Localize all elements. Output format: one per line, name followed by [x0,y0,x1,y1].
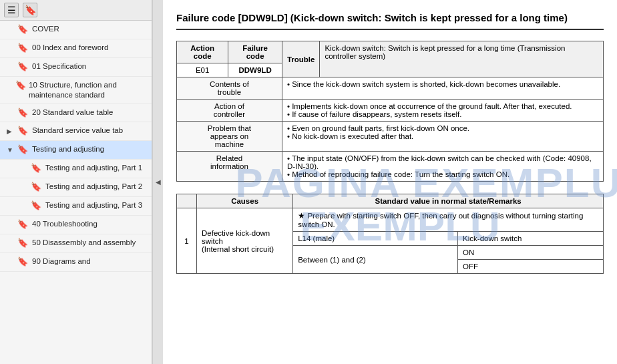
sidebar-label-90: 90 Diagrams and [32,256,91,266]
col-header-action-code: Action code [177,41,228,63]
cause-value-on: ON [458,246,604,260]
failure-code-value: DDW9LD [228,63,282,77]
sidebar-item-50-disassembly[interactable]: 🔖 50 Disassembly and assembly [0,234,152,253]
table-row-contents-of-trouble: Contents oftrouble • Since the kick-down… [177,77,604,100]
sidebar-toolbar: ☰ 🔖 [0,0,152,21]
sidebar-label-standard-service: Standard service value tab [32,126,123,136]
label-problem-on-machine: Problem thatappears onmachine [177,122,282,152]
sidebar-item-testing-adj[interactable]: ▼ 🔖 Testing and adjusting [0,141,152,160]
col-header-description: Kick-down switch: Switch is kept pressed… [320,41,604,77]
label-related-information: Relatedinformation [177,152,282,182]
bookmark-icon-10: 🔖 [15,80,25,92]
sidebar-label-00: 00 Index and foreword [32,43,108,53]
cause-connector-l14: L14 (male) [293,232,458,246]
bookmark-icon-50: 🔖 [17,238,28,249]
collapse-arrow-icon: ◀ [156,178,161,186]
content-action-of-controller: • Implements kick-down once at occurrenc… [282,100,603,122]
main-content: PAGINA EXEMPLU EXEMPLU Failure code [DDW… [163,0,617,364]
sidebar-label-ta3: Testing and adjusting, Part 3 [45,200,142,210]
sidebar-item-10-structure[interactable]: 🔖 10 Structure, function and maintenance… [0,77,152,104]
bookmark-icon-ta2: 🔖 [31,182,41,193]
bookmark-icon-cover: 🔖 [17,24,28,35]
label-action-of-controller: Action ofcontroller [177,100,282,122]
causes-col-num [177,194,197,208]
menu-icon[interactable]: ☰ [4,3,19,17]
bookmark-icon-01: 🔖 [17,61,28,73]
label-contents-of-trouble: Contents oftrouble [177,77,282,100]
expand-icon-testing-adj: ▼ [7,146,13,154]
col-header-trouble: Trouble [282,41,320,77]
sidebar-item-testing-adj-1[interactable]: 🔖 Testing and adjusting, Part 1 [0,160,152,178]
causes-row-1: 1 Defective kick-down switch(Internal sh… [177,208,604,232]
cause-prepare-note: ★ Prepare with starting switch OFF, then… [293,208,604,232]
sidebar-label-cover: COVER [32,24,59,34]
sidebar-item-00-index[interactable]: 🔖 00 Index and foreword [0,39,152,58]
causes-col-standard: Standard value in normal state/Remarks [293,194,604,208]
bookmark-icon-90: 🔖 [17,256,28,268]
bookmark-toolbar-icon[interactable]: 🔖 [23,3,37,17]
failure-details-table: Action code Failure code Trouble Kick-do… [176,41,604,182]
sidebar-item-standard-service[interactable]: 🔖 Standard service value tab [0,122,152,141]
sidebar: ☰ 🔖 🔖 COVER 🔖 00 Index and foreword 🔖 01… [0,0,152,364]
bookmark-icon-20: 🔖 [17,108,28,119]
sidebar-item-cover[interactable]: 🔖 COVER [0,21,152,39]
sidebar-item-01-spec[interactable]: 🔖 01 Specification [0,58,152,77]
sidebar-item-40-troubleshoot[interactable]: 🔖 40 Troubleshooting [0,216,152,234]
sidebar-label-20: 20 Standard value table [32,108,113,118]
action-code-value: E01 [177,63,228,77]
table-row-related-information: Relatedinformation • The input state (ON… [177,152,604,182]
sidebar-collapse-handle[interactable]: ◀ [152,0,163,364]
sidebar-label-01: 01 Specification [32,61,86,71]
content-contents-of-trouble: • Since the kick-down switch system is s… [282,77,603,100]
sidebar-item-testing-adj-2[interactable]: 🔖 Testing and adjusting, Part 2 [0,178,152,197]
bookmark-icon-standard-service: 🔖 [17,126,28,137]
cause-between-1-2: Between (1) and (2) [293,246,458,274]
bookmark-icon-40: 🔖 [17,219,28,230]
page-title: Failure code [DDW9LD] (Kick-down switch:… [176,11,604,30]
bookmark-icon-ta3: 🔖 [31,200,41,212]
sidebar-label-40: 40 Troubleshooting [32,219,97,229]
col-header-failure-code: Failure code [228,41,282,63]
sidebar-label-testing-adj: Testing and adjusting [32,144,104,154]
sidebar-item-90-diagrams[interactable]: 🔖 90 Diagrams and [0,253,152,272]
sidebar-label-50: 50 Disassembly and assembly [32,238,136,248]
causes-table: Causes Standard value in normal state/Re… [176,194,604,274]
sidebar-label-ta1: Testing and adjusting, Part 1 [45,163,142,173]
causes-col-causes: Causes [197,194,293,208]
table-row-problem-on-machine: Problem thatappears onmachine • Even on … [177,122,604,152]
sidebar-label-10: 10 Structure, function and maintenance s… [29,80,146,100]
cause-num-1: 1 [177,208,197,274]
bookmark-icon-00: 🔖 [17,43,28,54]
bookmark-icon-ta1: 🔖 [31,163,41,174]
content-related-information: • The input state (ON/OFF) from the kick… [282,152,603,182]
sidebar-item-20-standard[interactable]: 🔖 20 Standard value table [0,104,152,123]
table-row-action-of-controller: Action ofcontroller • Implements kick-do… [177,100,604,122]
bookmark-icon-testing-adj: 🔖 [17,144,28,156]
sidebar-item-testing-adj-3[interactable]: 🔖 Testing and adjusting, Part 3 [0,197,152,216]
content-problem-on-machine: • Even on ground fault parts, first kick… [282,122,603,152]
cause-value-off: OFF [458,260,604,274]
cause-desc-1: Defective kick-down switch(Internal shor… [197,208,293,274]
expand-icon-standard-service [7,127,13,136]
cause-value-kickdown-switch: Kick-down switch [458,232,604,246]
sidebar-label-ta2: Testing and adjusting, Part 2 [45,182,142,192]
